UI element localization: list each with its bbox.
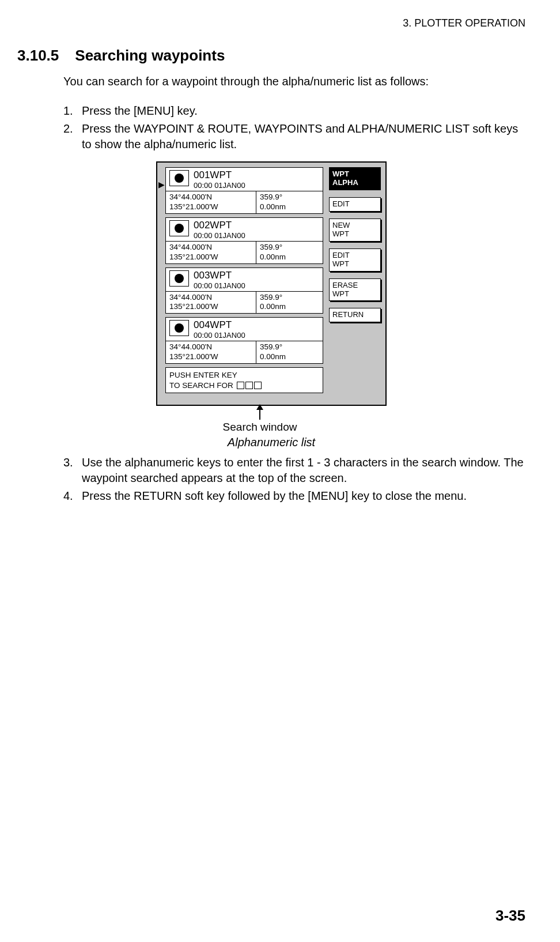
waypoint-name: 003WPT bbox=[194, 270, 245, 280]
section-heading: Searching waypoints bbox=[75, 47, 225, 64]
waypoint-symbol-icon bbox=[169, 170, 189, 186]
chapter-header: 3. PLOTTER OPERATION bbox=[17, 17, 525, 29]
waypoint-coords: 34°44.000'N135°21.000'W bbox=[166, 292, 256, 314]
search-char-boxes[interactable] bbox=[237, 382, 262, 389]
waypoint-timestamp: 00:00 01JAN00 bbox=[194, 181, 245, 190]
waypoint-bearing-distance: 359.9°0.00nm bbox=[256, 191, 323, 213]
search-prompt-line1: PUSH ENTER KEY bbox=[169, 370, 319, 380]
softkey-new-wpt[interactable]: NEW WPT bbox=[329, 218, 381, 242]
callout-arrow-icon bbox=[259, 405, 260, 420]
softkey-edit-wpt[interactable]: EDIT WPT bbox=[329, 248, 381, 272]
waypoint-name: 002WPT bbox=[194, 220, 245, 230]
waypoint-symbol-icon bbox=[169, 320, 189, 336]
callout-label: Search window bbox=[223, 421, 297, 434]
softkey-return[interactable]: RETURN bbox=[329, 308, 381, 322]
device-screen: ▶ 001WPT 00:00 01JAN00 34°44.000'N135°21… bbox=[156, 161, 387, 406]
waypoint-timestamp: 00:00 01JAN00 bbox=[194, 331, 245, 340]
step-num: 4. bbox=[63, 488, 82, 504]
waypoint-bearing-distance: 359.9°0.00nm bbox=[256, 341, 323, 363]
step-text: Press the RETURN soft key followed by th… bbox=[82, 488, 525, 504]
search-prompt-line2: TO SEARCH FOR bbox=[169, 380, 233, 391]
waypoint-card[interactable]: 001WPT 00:00 01JAN00 34°44.000'N135°21.0… bbox=[165, 167, 323, 214]
steps-after: 3.Use the alphanumeric keys to enter the… bbox=[63, 455, 525, 504]
step-num: 3. bbox=[63, 455, 82, 486]
waypoint-timestamp: 00:00 01JAN00 bbox=[194, 281, 245, 290]
waypoint-card[interactable]: 002WPT 00:00 01JAN00 34°44.000'N135°21.0… bbox=[165, 217, 323, 264]
section-title: 3.10.5Searching waypoints bbox=[17, 47, 525, 65]
waypoint-timestamp: 00:00 01JAN00 bbox=[194, 231, 245, 240]
step-text: Use the alphanumeric keys to enter the f… bbox=[82, 455, 525, 486]
waypoint-symbol-icon bbox=[169, 270, 189, 287]
softkey-column: WPT ALPHA EDIT NEW WPT EDIT WPT ERASE WP… bbox=[329, 167, 381, 393]
page-number: 3-35 bbox=[495, 907, 525, 925]
waypoint-bearing-distance: 359.9°0.00nm bbox=[256, 242, 323, 263]
softkey-erase-wpt[interactable]: ERASE WPT bbox=[329, 278, 381, 302]
step-num: 2. bbox=[63, 121, 82, 152]
waypoint-coords: 34°44.000'N135°21.000'W bbox=[166, 191, 256, 213]
waypoint-card[interactable]: 004WPT 00:00 01JAN00 34°44.000'N135°21.0… bbox=[165, 317, 323, 364]
waypoint-bearing-distance: 359.9°0.00nm bbox=[256, 292, 323, 314]
waypoint-list: ▶ 001WPT 00:00 01JAN00 34°44.000'N135°21… bbox=[165, 167, 323, 393]
waypoint-coords: 34°44.000'N135°21.000'W bbox=[166, 341, 256, 363]
waypoint-name: 001WPT bbox=[194, 170, 245, 180]
step-num: 1. bbox=[63, 103, 82, 119]
figure: ▶ 001WPT 00:00 01JAN00 34°44.000'N135°21… bbox=[17, 161, 525, 449]
figure-caption: Alphanumeric list bbox=[228, 436, 315, 449]
section-number: 3.10.5 bbox=[17, 47, 59, 64]
intro-text: You can search for a waypoint through th… bbox=[63, 74, 525, 89]
cursor-arrow-icon: ▶ bbox=[158, 180, 165, 189]
softkey-wpt-alpha[interactable]: WPT ALPHA bbox=[329, 167, 381, 190]
search-input-box[interactable]: PUSH ENTER KEY TO SEARCH FOR bbox=[165, 367, 323, 393]
waypoint-symbol-icon bbox=[169, 220, 189, 236]
waypoint-name: 004WPT bbox=[194, 320, 245, 330]
waypoint-coords: 34°44.000'N135°21.000'W bbox=[166, 242, 256, 263]
callout: Search window bbox=[223, 405, 297, 434]
waypoint-card[interactable]: 003WPT 00:00 01JAN00 34°44.000'N135°21.0… bbox=[165, 267, 323, 314]
step-text: Press the WAYPOINT & ROUTE, WAYPOINTS an… bbox=[82, 121, 525, 152]
steps-before: 1.Press the [MENU] key. 2.Press the WAYP… bbox=[63, 103, 525, 152]
step-text: Press the [MENU] key. bbox=[82, 103, 525, 119]
softkey-edit[interactable]: EDIT bbox=[329, 197, 381, 212]
